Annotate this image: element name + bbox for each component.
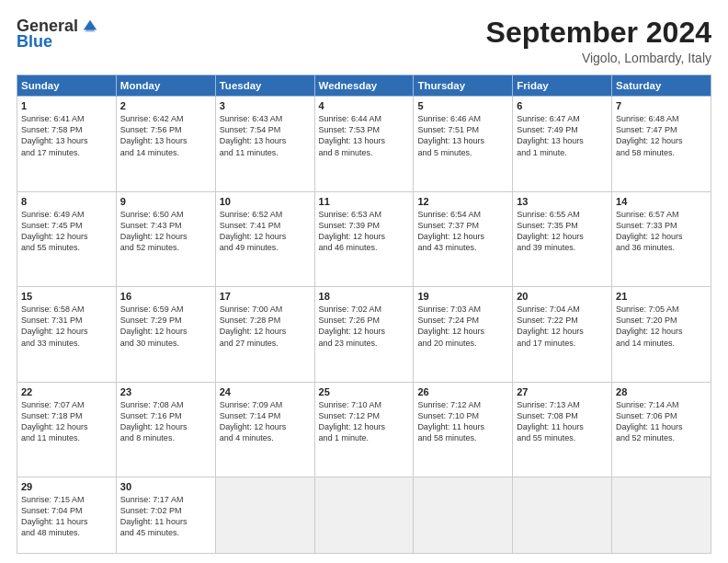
calendar-cell: 23Sunrise: 7:08 AM Sunset: 7:16 PM Dayli… bbox=[116, 382, 215, 477]
cell-info: Sunrise: 6:50 AM Sunset: 7:43 PM Dayligh… bbox=[120, 209, 211, 254]
cell-info: Sunrise: 7:02 AM Sunset: 7:26 PM Dayligh… bbox=[319, 304, 410, 349]
calendar-cell: 15Sunrise: 6:58 AM Sunset: 7:31 PM Dayli… bbox=[17, 287, 117, 382]
day-number: 1 bbox=[21, 100, 112, 111]
calendar-cell: 9Sunrise: 6:50 AM Sunset: 7:43 PM Daylig… bbox=[116, 191, 215, 286]
cell-info: Sunrise: 7:05 AM Sunset: 7:20 PM Dayligh… bbox=[616, 304, 707, 349]
calendar-cell: 12Sunrise: 6:54 AM Sunset: 7:37 PM Dayli… bbox=[414, 191, 513, 286]
calendar-header-row: SundayMondayTuesdayWednesdayThursdayFrid… bbox=[17, 75, 711, 97]
calendar-cell bbox=[314, 477, 414, 554]
calendar-cell: 3Sunrise: 6:43 AM Sunset: 7:54 PM Daylig… bbox=[215, 97, 314, 191]
day-number: 29 bbox=[21, 481, 112, 492]
cell-info: Sunrise: 6:58 AM Sunset: 7:31 PM Dayligh… bbox=[21, 304, 112, 349]
calendar-week-row: 1Sunrise: 6:41 AM Sunset: 7:58 PM Daylig… bbox=[17, 97, 711, 191]
calendar-cell bbox=[215, 477, 314, 554]
day-number: 30 bbox=[120, 481, 211, 492]
calendar-cell bbox=[414, 477, 513, 554]
calendar-cell: 26Sunrise: 7:12 AM Sunset: 7:10 PM Dayli… bbox=[414, 382, 513, 477]
cell-info: Sunrise: 7:15 AM Sunset: 7:04 PM Dayligh… bbox=[21, 494, 112, 539]
calendar-cell: 13Sunrise: 6:55 AM Sunset: 7:35 PM Dayli… bbox=[513, 191, 612, 286]
day-number: 21 bbox=[616, 291, 707, 302]
day-number: 22 bbox=[21, 386, 112, 397]
day-number: 3 bbox=[220, 100, 311, 111]
day-number: 6 bbox=[517, 100, 608, 111]
calendar-cell: 7Sunrise: 6:48 AM Sunset: 7:47 PM Daylig… bbox=[612, 97, 711, 191]
day-number: 15 bbox=[21, 291, 112, 302]
calendar-header-friday: Friday bbox=[513, 75, 612, 97]
location: Vigolo, Lombardy, Italy bbox=[486, 51, 711, 65]
calendar-header-monday: Monday bbox=[116, 75, 215, 97]
day-number: 27 bbox=[517, 386, 608, 397]
cell-info: Sunrise: 6:46 AM Sunset: 7:51 PM Dayligh… bbox=[417, 113, 508, 158]
month-title: September 2024 bbox=[486, 17, 711, 49]
calendar-cell: 1Sunrise: 6:41 AM Sunset: 7:58 PM Daylig… bbox=[17, 97, 117, 191]
calendar-cell bbox=[513, 477, 612, 554]
cell-info: Sunrise: 7:03 AM Sunset: 7:24 PM Dayligh… bbox=[417, 304, 508, 349]
day-number: 8 bbox=[21, 196, 112, 207]
day-number: 12 bbox=[417, 196, 508, 207]
day-number: 23 bbox=[120, 386, 211, 397]
cell-info: Sunrise: 6:52 AM Sunset: 7:41 PM Dayligh… bbox=[220, 209, 311, 254]
calendar-cell: 5Sunrise: 6:46 AM Sunset: 7:51 PM Daylig… bbox=[414, 97, 513, 191]
logo-blue: Blue bbox=[17, 32, 52, 52]
calendar-week-row: 29Sunrise: 7:15 AM Sunset: 7:04 PM Dayli… bbox=[17, 477, 711, 554]
calendar-header-saturday: Saturday bbox=[612, 75, 711, 97]
calendar-cell bbox=[612, 477, 711, 554]
cell-info: Sunrise: 6:42 AM Sunset: 7:56 PM Dayligh… bbox=[120, 113, 211, 158]
cell-info: Sunrise: 6:57 AM Sunset: 7:33 PM Dayligh… bbox=[616, 209, 707, 254]
calendar-cell: 20Sunrise: 7:04 AM Sunset: 7:22 PM Dayli… bbox=[513, 287, 612, 382]
cell-info: Sunrise: 7:04 AM Sunset: 7:22 PM Dayligh… bbox=[517, 304, 608, 349]
calendar-cell: 24Sunrise: 7:09 AM Sunset: 7:14 PM Dayli… bbox=[215, 382, 314, 477]
day-number: 28 bbox=[616, 386, 707, 397]
day-number: 17 bbox=[220, 291, 311, 302]
cell-info: Sunrise: 7:08 AM Sunset: 7:16 PM Dayligh… bbox=[120, 399, 211, 444]
day-number: 20 bbox=[517, 291, 608, 302]
calendar-cell: 6Sunrise: 6:47 AM Sunset: 7:49 PM Daylig… bbox=[513, 97, 612, 191]
calendar-cell: 17Sunrise: 7:00 AM Sunset: 7:28 PM Dayli… bbox=[215, 287, 314, 382]
day-number: 11 bbox=[319, 196, 410, 207]
calendar-cell: 14Sunrise: 6:57 AM Sunset: 7:33 PM Dayli… bbox=[612, 191, 711, 286]
day-number: 5 bbox=[417, 100, 508, 111]
calendar-week-row: 8Sunrise: 6:49 AM Sunset: 7:45 PM Daylig… bbox=[17, 191, 711, 286]
day-number: 4 bbox=[319, 100, 410, 111]
calendar-cell: 29Sunrise: 7:15 AM Sunset: 7:04 PM Dayli… bbox=[17, 477, 117, 554]
calendar: SundayMondayTuesdayWednesdayThursdayFrid… bbox=[17, 75, 711, 554]
calendar-header-sunday: Sunday bbox=[17, 75, 117, 97]
day-number: 13 bbox=[517, 196, 608, 207]
cell-info: Sunrise: 6:54 AM Sunset: 7:37 PM Dayligh… bbox=[417, 209, 508, 254]
calendar-cell: 4Sunrise: 6:44 AM Sunset: 7:53 PM Daylig… bbox=[314, 97, 414, 191]
title-area: September 2024 Vigolo, Lombardy, Italy bbox=[486, 17, 711, 65]
cell-info: Sunrise: 6:49 AM Sunset: 7:45 PM Dayligh… bbox=[21, 209, 112, 254]
cell-info: Sunrise: 7:07 AM Sunset: 7:18 PM Dayligh… bbox=[21, 399, 112, 444]
cell-info: Sunrise: 6:53 AM Sunset: 7:39 PM Dayligh… bbox=[319, 209, 410, 254]
day-number: 10 bbox=[220, 196, 311, 207]
header: General Blue September 2024 Vigolo, Lomb… bbox=[17, 17, 711, 65]
cell-info: Sunrise: 7:13 AM Sunset: 7:08 PM Dayligh… bbox=[517, 399, 608, 444]
calendar-header-wednesday: Wednesday bbox=[314, 75, 414, 97]
cell-info: Sunrise: 7:09 AM Sunset: 7:14 PM Dayligh… bbox=[220, 399, 311, 444]
cell-info: Sunrise: 6:59 AM Sunset: 7:29 PM Dayligh… bbox=[120, 304, 211, 349]
cell-info: Sunrise: 7:10 AM Sunset: 7:12 PM Dayligh… bbox=[319, 399, 410, 444]
day-number: 9 bbox=[120, 196, 211, 207]
calendar-week-row: 22Sunrise: 7:07 AM Sunset: 7:18 PM Dayli… bbox=[17, 382, 711, 477]
day-number: 24 bbox=[220, 386, 311, 397]
calendar-header-thursday: Thursday bbox=[414, 75, 513, 97]
calendar-week-row: 15Sunrise: 6:58 AM Sunset: 7:31 PM Dayli… bbox=[17, 287, 711, 382]
day-number: 7 bbox=[616, 100, 707, 111]
cell-info: Sunrise: 7:00 AM Sunset: 7:28 PM Dayligh… bbox=[220, 304, 311, 349]
calendar-cell: 28Sunrise: 7:14 AM Sunset: 7:06 PM Dayli… bbox=[612, 382, 711, 477]
day-number: 2 bbox=[120, 100, 211, 111]
cell-info: Sunrise: 6:55 AM Sunset: 7:35 PM Dayligh… bbox=[517, 209, 608, 254]
day-number: 25 bbox=[319, 386, 410, 397]
calendar-header-tuesday: Tuesday bbox=[215, 75, 314, 97]
calendar-cell: 25Sunrise: 7:10 AM Sunset: 7:12 PM Dayli… bbox=[314, 382, 414, 477]
logo: General Blue bbox=[17, 17, 98, 52]
cell-info: Sunrise: 6:48 AM Sunset: 7:47 PM Dayligh… bbox=[616, 113, 707, 158]
cell-info: Sunrise: 7:14 AM Sunset: 7:06 PM Dayligh… bbox=[616, 399, 707, 444]
calendar-cell: 11Sunrise: 6:53 AM Sunset: 7:39 PM Dayli… bbox=[314, 191, 414, 286]
calendar-cell: 19Sunrise: 7:03 AM Sunset: 7:24 PM Dayli… bbox=[414, 287, 513, 382]
calendar-cell: 27Sunrise: 7:13 AM Sunset: 7:08 PM Dayli… bbox=[513, 382, 612, 477]
calendar-cell: 10Sunrise: 6:52 AM Sunset: 7:41 PM Dayli… bbox=[215, 191, 314, 286]
day-number: 26 bbox=[417, 386, 508, 397]
page: General Blue September 2024 Vigolo, Lomb… bbox=[0, 0, 728, 563]
calendar-cell: 30Sunrise: 7:17 AM Sunset: 7:02 PM Dayli… bbox=[116, 477, 215, 554]
